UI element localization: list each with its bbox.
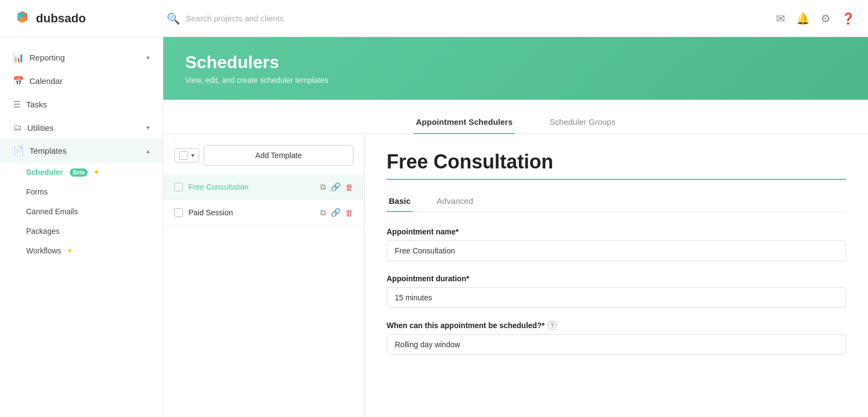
sidebar-item-reporting[interactable]: 📊 Reporting ▾ (0, 46, 163, 69)
forms-label: Forms (26, 188, 48, 196)
sidebar-label-tasks: Tasks (26, 100, 150, 109)
sidebar-item-workflows[interactable]: Workflows ✦ (0, 241, 163, 261)
template-item-free-consultation[interactable]: Free Consultation ⧉ 🔗 🗑 (163, 174, 364, 200)
main-layout: 📊 Reporting ▾ 📅 Calendar ☰ Tasks 🗂 Utili… (0, 37, 868, 417)
topbar: dubsado 🔍 Search projects and clients ✉ … (0, 0, 868, 37)
sparkle-icon-workflows: ✦ (66, 246, 73, 255)
search-icon: 🔍 (167, 12, 180, 25)
packages-label: Packages (26, 227, 59, 235)
appointment-duration-group: Appointment duration* (387, 274, 846, 308)
page-header: Schedulers View, edit, and create schedu… (163, 37, 868, 100)
beta-badge: Beta (70, 168, 88, 177)
chevron-down-icon-utilities: ▾ (146, 124, 150, 131)
sparkle-icon: ✦ (93, 168, 100, 177)
content-area: Schedulers View, edit, and create schedu… (163, 37, 868, 417)
template-name-free-consultation: Free Consultation (188, 183, 315, 191)
bell-icon[interactable]: 🔔 (796, 12, 810, 25)
canned-emails-label: Canned Emails (26, 207, 78, 216)
sidebar: 📊 Reporting ▾ 📅 Calendar ☰ Tasks 🗂 Utili… (0, 37, 163, 417)
right-panel: Free Consultation Basic Advanced Appoint… (365, 134, 868, 417)
schedule-group: When can this appointment be scheduled?*… (387, 321, 846, 355)
mail-icon[interactable]: ✉ (776, 12, 785, 25)
bulk-select-control[interactable]: ▾ (174, 148, 199, 162)
search-placeholder: Search projects and clients (186, 14, 284, 23)
reporting-icon: 📊 (13, 52, 24, 63)
content-body: ▾ Add Template Free Consultation ⧉ 🔗 🗑 (163, 134, 868, 417)
template-actions-2: ⧉ 🔗 🗑 (320, 208, 353, 217)
page-tabs: Appointment Schedulers Scheduler Groups (163, 100, 868, 134)
sidebar-label-reporting: Reporting (29, 53, 141, 62)
template-checkbox-2[interactable] (174, 208, 183, 217)
template-item-paid-session[interactable]: Paid Session ⧉ 🔗 🗑 (163, 200, 364, 226)
page-subtitle: View, edit, and create scheduler templat… (185, 76, 846, 84)
sidebar-item-templates[interactable]: 📄 Templates ▴ (0, 139, 163, 162)
sidebar-label-templates: Templates (29, 146, 141, 155)
sidebar-item-calendar[interactable]: 📅 Calendar (0, 69, 163, 93)
template-list: Free Consultation ⧉ 🔗 🗑 Paid Session ⧉ 🔗 (163, 174, 364, 406)
copy-icon[interactable]: ⧉ (320, 182, 326, 192)
template-checkbox-1[interactable] (174, 183, 183, 191)
topbar-icons: ✉ 🔔 ⚙ ❓ (776, 12, 855, 25)
link-icon[interactable]: 🔗 (331, 182, 341, 192)
sidebar-subitems: Scheduler Beta ✦ Forms Canned Emails Pac… (0, 162, 163, 261)
tab-basic[interactable]: Basic (387, 191, 413, 212)
tab-scheduler-groups[interactable]: Scheduler Groups (547, 111, 618, 134)
scheduler-label: Scheduler (26, 168, 63, 177)
sidebar-item-packages[interactable]: Packages (0, 221, 163, 241)
sidebar-label-calendar: Calendar (29, 76, 150, 86)
template-name-paid-session: Paid Session (188, 208, 315, 217)
search-area[interactable]: 🔍 Search projects and clients (167, 12, 769, 25)
left-panel-toolbar: ▾ Add Template (163, 145, 364, 174)
delete-icon[interactable]: 🗑 (345, 183, 353, 192)
appointment-duration-label: Appointment duration* (387, 274, 846, 283)
templates-icon: 📄 (13, 146, 24, 156)
app-name: dubsado (36, 11, 86, 26)
schedule-help-icon[interactable]: ? (548, 321, 557, 330)
sidebar-item-scheduler[interactable]: Scheduler Beta ✦ (0, 162, 163, 182)
appointment-name-group: Appointment name* (387, 227, 846, 261)
template-actions-1: ⧉ 🔗 🗑 (320, 182, 353, 192)
page-title: Schedulers (185, 52, 846, 72)
help-icon[interactable]: ❓ (841, 12, 855, 25)
logo-icon (13, 9, 32, 28)
appointment-name-input[interactable] (387, 240, 846, 261)
sidebar-item-utilities[interactable]: 🗂 Utilities ▾ (0, 116, 163, 139)
detail-title: Free Consultation (387, 150, 846, 180)
tab-appointment-schedulers[interactable]: Appointment Schedulers (414, 111, 515, 134)
sidebar-item-canned-emails[interactable]: Canned Emails (0, 202, 163, 221)
logo-area: dubsado (13, 9, 160, 28)
utilities-icon: 🗂 (13, 123, 22, 132)
bulk-checkbox (179, 151, 188, 160)
appointment-duration-input[interactable] (387, 287, 846, 308)
bulk-chevron-icon: ▾ (191, 152, 194, 159)
link-icon-2[interactable]: 🔗 (331, 208, 341, 217)
appointment-name-label: Appointment name* (387, 227, 846, 236)
schedule-input[interactable] (387, 334, 846, 355)
tab-advanced[interactable]: Advanced (435, 191, 475, 212)
tasks-icon: ☰ (13, 99, 21, 110)
detail-tabs: Basic Advanced (387, 191, 846, 212)
workflows-label: Workflows (26, 246, 61, 255)
sidebar-item-tasks[interactable]: ☰ Tasks (0, 93, 163, 116)
add-template-button[interactable]: Add Template (204, 145, 353, 166)
copy-icon-2[interactable]: ⧉ (320, 208, 326, 217)
calendar-icon: 📅 (13, 76, 24, 86)
chevron-down-icon: ▾ (146, 54, 150, 62)
delete-icon-2[interactable]: 🗑 (345, 208, 353, 217)
sidebar-item-forms[interactable]: Forms (0, 182, 163, 202)
sidebar-label-utilities: Utilities (27, 123, 141, 132)
chevron-up-icon-templates: ▴ (146, 147, 150, 155)
left-panel: ▾ Add Template Free Consultation ⧉ 🔗 🗑 (163, 134, 365, 417)
settings-icon[interactable]: ⚙ (821, 12, 830, 25)
schedule-label: When can this appointment be scheduled?*… (387, 321, 846, 330)
